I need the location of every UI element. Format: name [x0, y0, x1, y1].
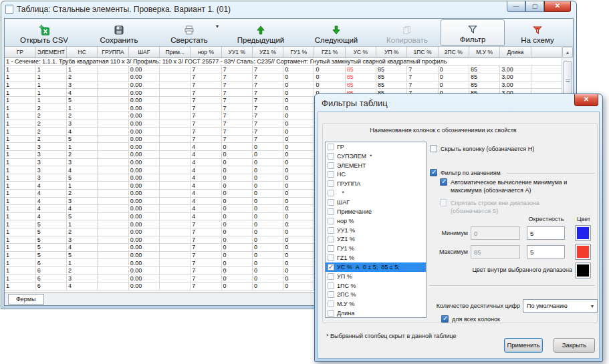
max-color-swatch[interactable]: [575, 244, 591, 260]
csv-open-icon: [39, 24, 50, 36]
list-item-7[interactable]: Примечание: [326, 207, 426, 216]
toolbar-button-print[interactable]: ▾Сверстать: [156, 19, 223, 46]
column-header[interactable]: ГУ1 %: [283, 47, 314, 57]
column-header[interactable]: УП %: [376, 47, 407, 57]
hide-rows-checkbox: [440, 199, 447, 206]
column-checkbox[interactable]: [328, 180, 334, 187]
columns-listbox[interactable]: ГРСУПЭЛЕМ *ЭЛЕМЕНТНСГРУППА *ШАГПримечани…: [325, 142, 427, 318]
toolbar-button-arrow-down[interactable]: Следующий: [299, 19, 374, 46]
minimize-icon[interactable]: —: [507, 1, 525, 12]
column-header[interactable]: нор %: [191, 47, 221, 57]
dropdown-arrow-icon[interactable]: ▾: [216, 23, 219, 29]
decimals-combobox[interactable]: По умолчанию ▼: [523, 299, 598, 313]
list-item-4[interactable]: ГРУППА: [326, 179, 426, 188]
column-header[interactable]: 2ПС %: [438, 47, 469, 57]
list-item-14[interactable]: УП %: [326, 272, 426, 281]
list-item-3[interactable]: НС: [326, 170, 426, 180]
color-header: Цвет: [574, 216, 594, 222]
column-header[interactable]: Длина: [500, 47, 531, 57]
list-item-2[interactable]: ЭЛЕМЕНТ: [326, 161, 426, 170]
hide-column-checkbox[interactable]: [430, 145, 437, 152]
toolbar-button-filter-red[interactable]: На схему: [505, 19, 570, 46]
column-checkbox[interactable]: [328, 301, 334, 307]
column-checkbox[interactable]: [328, 153, 334, 160]
screen: Таблица: Стальные элементы. Проверка. Ва…: [0, 0, 609, 364]
table-row[interactable]: 1120.0077700858570853.00: [5, 73, 562, 81]
list-item-18[interactable]: Длина: [326, 309, 426, 318]
column-checkbox[interactable]: [328, 144, 334, 150]
toolbar-button-arrow-up[interactable]: Предыдущий: [223, 19, 299, 46]
scroll-up-icon[interactable]: ▲: [562, 47, 573, 58]
close-button[interactable]: Закрыть: [554, 338, 595, 353]
column-checkbox[interactable]: [328, 254, 334, 261]
column-header[interactable]: М.У %: [469, 47, 499, 57]
dialog-close-icon[interactable]: ✕: [574, 94, 598, 106]
column-header[interactable]: Прим...: [159, 47, 190, 57]
decimals-value: По умолчанию: [523, 303, 588, 309]
main-titlebar[interactable]: Таблица: Стальные элементы. Проверка. Ва…: [1, 1, 576, 17]
table-header-row: ГРЭЛЕМЕНТНСГРУППАШАГПрим...нор %УУ1 %УZ1…: [5, 47, 562, 57]
print-icon: [184, 24, 195, 36]
list-item-17[interactable]: М.У %: [326, 299, 426, 309]
list-item-13[interactable]: УС % А 0 ± 5; 85 ± 5;: [326, 262, 426, 272]
column-checkbox[interactable]: [328, 236, 334, 242]
list-item-5[interactable]: *: [326, 188, 426, 198]
column-header[interactable]: 1ПС %: [407, 47, 438, 57]
list-item-1[interactable]: СУПЭЛЕМ *: [326, 152, 426, 161]
dialog-titlebar[interactable]: Фильтры таблиц: [315, 94, 602, 112]
column-header[interactable]: УZ1 %: [252, 47, 283, 57]
column-checkbox[interactable]: [328, 162, 334, 169]
column-header[interactable]: ЭЛЕМЕНТ: [35, 47, 66, 57]
column-header[interactable]: ГР: [5, 47, 35, 57]
column-checkbox[interactable]: [328, 171, 334, 178]
toolbar-button-csv-open[interactable]: Открыть CSV: [6, 19, 82, 46]
toolbar-button-save[interactable]: Сохранить: [82, 19, 156, 46]
list-item-15[interactable]: 1ПС %: [326, 281, 426, 291]
column-checkbox[interactable]: [328, 190, 334, 196]
minimum-neighborhood-field[interactable]: [527, 226, 565, 240]
filter-by-values-checkbox[interactable]: [430, 169, 437, 176]
column-checkbox[interactable]: [328, 283, 334, 289]
maximize-icon[interactable]: ▢: [525, 1, 544, 12]
section-row: 1 - Сечение: 1.1.1. Труба квадратная 110…: [5, 57, 562, 65]
column-checkbox[interactable]: [328, 227, 334, 234]
list-item-16[interactable]: 2ПС %: [326, 291, 426, 300]
column-checkbox[interactable]: [328, 199, 334, 206]
column-header[interactable]: НС: [67, 47, 98, 57]
column-header[interactable]: УС %: [345, 47, 376, 57]
maximum-neighborhood-field[interactable]: [527, 245, 565, 258]
column-checkbox[interactable]: [328, 291, 334, 298]
list-item-12[interactable]: ГZ1 %: [326, 253, 426, 262]
list-item-9[interactable]: УУ1 %: [326, 226, 426, 235]
column-header[interactable]: ГРУППА: [98, 47, 128, 57]
table-row[interactable]: 1130.0077700858570853.00: [5, 81, 562, 89]
filter-dialog: Фильтры таблиц ✕ Наименования колонок с …: [314, 94, 603, 362]
column-header[interactable]: УУ1 %: [221, 47, 252, 57]
table-row[interactable]: 1110.0077700858570853.00: [5, 65, 562, 73]
range-color-swatch[interactable]: [575, 262, 591, 279]
column-checkbox[interactable]: [328, 310, 334, 317]
tab-fermy[interactable]: Фермы: [8, 294, 44, 305]
maximum-label: Максимум: [424, 248, 468, 255]
list-item-8[interactable]: нор %: [326, 216, 426, 226]
close-icon[interactable]: ✕: [544, 1, 571, 12]
chevron-down-icon[interactable]: ▼: [588, 304, 597, 309]
all-columns-checkbox[interactable]: [441, 315, 449, 323]
column-checkbox[interactable]: [328, 264, 334, 270]
column-checkbox[interactable]: [328, 218, 334, 224]
list-item-0[interactable]: ГР: [326, 142, 426, 152]
list-item-10[interactable]: УZ1 %: [326, 234, 426, 244]
list-item-6[interactable]: ШАГ: [326, 198, 426, 207]
apply-button[interactable]: Применить: [504, 338, 543, 353]
column-checkbox[interactable]: [328, 273, 334, 280]
auto-minmax-checkbox[interactable]: [440, 178, 447, 186]
column-checkbox[interactable]: [328, 245, 334, 252]
column-header[interactable]: ГZ1 %: [314, 47, 345, 57]
neighborhood-header: Окрестность: [523, 216, 570, 222]
column-header[interactable]: ШАГ: [128, 47, 159, 57]
min-color-swatch[interactable]: [575, 225, 591, 241]
toolbar-button-filter[interactable]: Фильтр: [441, 19, 505, 46]
list-item-11[interactable]: ГУ1 %: [326, 244, 426, 253]
window-controls: — ▢ ✕: [507, 1, 571, 12]
column-checkbox[interactable]: [328, 208, 334, 215]
